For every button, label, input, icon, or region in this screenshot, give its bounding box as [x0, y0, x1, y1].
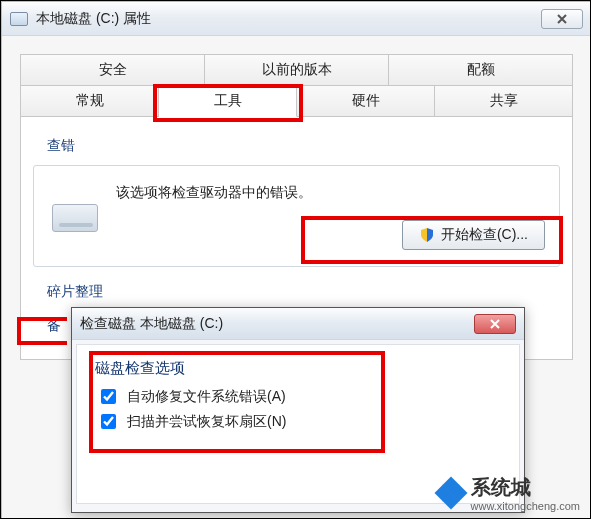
- tab-previous-versions[interactable]: 以前的版本: [205, 55, 389, 85]
- tab-hardware[interactable]: 硬件: [297, 86, 435, 116]
- error-check-label: 查错: [47, 137, 560, 155]
- opt-auto-fix-label: 自动修复文件系统错误(A): [127, 388, 286, 406]
- opt-auto-fix-row[interactable]: 自动修复文件系统错误(A): [97, 386, 501, 407]
- opt-auto-fix-checkbox[interactable]: [101, 389, 116, 404]
- tab-security[interactable]: 安全: [21, 55, 205, 85]
- error-check-button-row: 开始检查(C)...: [48, 220, 545, 250]
- window-title: 本地磁盘 (C:) 属性: [36, 10, 541, 28]
- shield-icon: [419, 227, 435, 243]
- error-check-description: 该选项将检查驱动器中的错误。: [116, 184, 545, 202]
- watermark: 系统城 www.xitongcheng.com: [437, 474, 580, 512]
- defrag-group: 碎片整理: [33, 283, 560, 301]
- watermark-logo-icon: [437, 479, 465, 507]
- dialog-titlebar[interactable]: 检查磁盘 本地磁盘 (C:): [72, 308, 524, 340]
- dialog-close-button[interactable]: [474, 314, 516, 334]
- error-check-body: 该选项将检查驱动器中的错误。 开始检查(C)...: [33, 165, 560, 267]
- close-button[interactable]: [541, 9, 583, 29]
- tab-tools[interactable]: 工具: [159, 86, 297, 117]
- watermark-url: www.xitongcheng.com: [471, 501, 580, 512]
- tab-row-1: 安全 以前的版本 配额: [21, 55, 572, 86]
- opt-scan-label: 扫描并尝试恢复坏扇区(N): [127, 413, 286, 431]
- tab-general[interactable]: 常规: [21, 86, 159, 116]
- defrag-label: 碎片整理: [47, 283, 560, 301]
- main-titlebar[interactable]: 本地磁盘 (C:) 属性: [2, 2, 591, 36]
- opt-scan-checkbox[interactable]: [101, 414, 116, 429]
- options-title: 磁盘检查选项: [95, 359, 501, 378]
- start-check-button[interactable]: 开始检查(C)...: [402, 220, 545, 250]
- tab-container: 安全 以前的版本 配额 常规 工具 硬件 共享: [20, 54, 573, 117]
- watermark-brand: 系统城: [471, 476, 531, 498]
- tab-row-2: 常规 工具 硬件 共享: [21, 86, 572, 116]
- tab-sharing[interactable]: 共享: [435, 86, 572, 116]
- hdd-icon: [52, 204, 98, 232]
- start-check-label: 开始检查(C)...: [441, 226, 528, 244]
- dialog-title: 检查磁盘 本地磁盘 (C:): [80, 315, 474, 333]
- drive-icon: [10, 12, 28, 26]
- opt-scan-row[interactable]: 扫描并尝试恢复坏扇区(N): [97, 411, 501, 432]
- error-check-group: 查错 该选项将检查驱动器中的错误。 开始检查(C)...: [33, 137, 560, 267]
- tab-quota[interactable]: 配额: [389, 55, 572, 85]
